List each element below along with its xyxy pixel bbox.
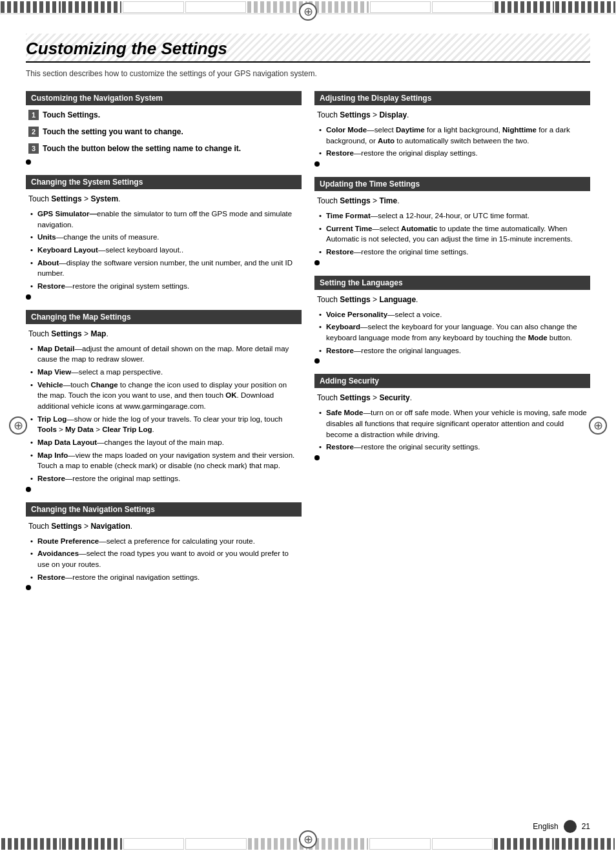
section-bullet-3 — [26, 487, 31, 492]
top-bar-seg-4 — [185, 1, 247, 13]
step-1: 1 Touch Settings. — [28, 109, 299, 121]
bullet-list-security: Safe Mode—turn on or off safe mode. When… — [317, 407, 588, 453]
bottom-bar-seg-2 — [62, 838, 121, 850]
page-number-circle — [564, 820, 577, 833]
bullet-restore-languages: Restore—restore the original languages. — [317, 345, 588, 356]
bullet-restore-display: Restore—restore the original display set… — [317, 148, 588, 159]
section-bullet-2 — [26, 294, 31, 300]
section-map-settings: Changing the Map Settings Touch Settings… — [26, 310, 302, 492]
footer-page-number: 21 — [582, 822, 590, 831]
section-bullet-7 — [314, 358, 320, 364]
bullet-route-pref: Route Preference—select a preference for… — [28, 536, 299, 547]
bullet-restore-nav: Restore—restore the original navigation … — [28, 572, 299, 583]
section-system-settings: Changing the System Settings Touch Setti… — [26, 175, 302, 300]
top-bar-seg-7 — [370, 1, 431, 13]
bullet-map-data-layout: Map Data Layout—changes the layout of th… — [28, 437, 299, 448]
section-bullet-4 — [26, 585, 31, 590]
bullet-restore-security: Restore—restore the original security se… — [317, 442, 588, 453]
bullet-color-mode: Color Mode—select Daytime for a light ba… — [317, 125, 588, 146]
section-body-display: Touch Settings > Display. Color Mode—sel… — [314, 109, 590, 159]
section-header-nav: Changing the Navigation Settings — [26, 502, 302, 517]
bullet-trip-log: Trip Log—show or hide the log of your tr… — [28, 414, 299, 435]
section-body-customizing-nav: 1 Touch Settings. 2 Touch the setting yo… — [26, 109, 302, 154]
touch-instruction-nav: Touch Settings > Navigation. — [28, 520, 299, 532]
section-bullet-1 — [26, 159, 31, 165]
page-title: Customizing the Settings — [26, 34, 590, 63]
bullet-list-time: Time Format—select a 12-hour, 24-hour, o… — [317, 210, 588, 258]
two-column-layout: Customizing the Navigation System 1 Touc… — [26, 91, 590, 600]
touch-instruction-languages: Touch Settings > Language. — [317, 294, 588, 305]
bottom-bar-seg-8 — [432, 838, 493, 850]
touch-instruction-map: Touch Settings > Map. — [28, 328, 299, 340]
bullet-map-view: Map View—select a map perspective. — [28, 367, 299, 378]
section-body-time: Touch Settings > Time. Time Format—selec… — [314, 195, 590, 258]
step-3-text: Touch the button below the setting name … — [43, 143, 241, 154]
bullet-restore-system: Restore—restore the original system sett… — [28, 281, 299, 292]
page-content: Customizing the Settings This section de… — [0, 14, 616, 626]
top-bar-seg-1 — [1, 1, 61, 13]
touch-instruction-display: Touch Settings > Display. — [317, 109, 588, 121]
section-bullet-8 — [314, 455, 320, 460]
bullet-list-nav: Route Preference—select a preference for… — [28, 536, 299, 583]
bullet-list-map: Map Detail—adjust the amount of detail s… — [28, 343, 299, 484]
section-time-settings: Updating the Time Settings Touch Setting… — [314, 177, 590, 265]
top-bar-seg-3 — [123, 1, 184, 13]
bullet-keyboard-layout: Keyboard Layout—select keyboard layout.. — [28, 245, 299, 256]
title-area: Customizing the Settings — [26, 34, 590, 63]
step-1-text: Touch Settings. — [43, 109, 100, 121]
section-header-time: Updating the Time Settings — [314, 177, 590, 191]
section-languages: Setting the Languages Touch Settings > L… — [314, 276, 590, 364]
touch-instruction-time: Touch Settings > Time. — [317, 195, 588, 207]
bullet-keyboard: Keyboard—select the keyboard for your la… — [317, 322, 588, 343]
touch-instruction-system: Touch Settings > System. — [28, 193, 299, 205]
bottom-bar-seg-1 — [1, 838, 61, 850]
bottom-bar-seg-4 — [185, 838, 246, 850]
compass-left-icon — [9, 416, 27, 435]
bullet-time-format: Time Format—select a 12-hour, 24-hour, o… — [317, 210, 588, 221]
section-header-languages: Setting the Languages — [314, 276, 590, 290]
section-nav-settings: Changing the Navigation Settings Touch S… — [26, 502, 302, 591]
bottom-bar-seg-10 — [555, 838, 615, 850]
bottom-bar-seg-9 — [494, 838, 553, 850]
footer-language: English — [533, 822, 558, 831]
bullet-vehicle: Vehicle—touch Change to change the icon … — [28, 380, 299, 412]
section-header-map: Changing the Map Settings — [26, 310, 302, 324]
section-security: Adding Security Touch Settings > Securit… — [314, 374, 590, 460]
bullet-map-detail: Map Detail—adjust the amount of detail s… — [28, 343, 299, 365]
step-2-text: Touch the setting you want to change. — [43, 126, 183, 138]
page-footer: English 21 — [533, 820, 590, 833]
bullet-voice-personality: Voice Personality—select a voice. — [317, 309, 588, 320]
step-num-3: 3 — [28, 143, 39, 154]
bottom-bar-seg-6 — [309, 838, 368, 850]
step-num-2: 2 — [28, 127, 39, 137]
bullet-about: About—display the software version numbe… — [28, 258, 299, 279]
top-bar-seg-10 — [555, 1, 615, 13]
step-num-1: 1 — [28, 110, 39, 120]
bullet-list-system: GPS Simulator—enable the simulator to tu… — [28, 209, 299, 292]
section-bullet-6 — [314, 260, 320, 265]
left-column: Customizing the Navigation System 1 Touc… — [26, 91, 302, 600]
bullet-gps-sim: GPS Simulator—enable the simulator to tu… — [28, 209, 299, 230]
bullet-safe-mode: Safe Mode—turn on or off safe mode. When… — [317, 407, 588, 440]
compass-top-icon — [299, 3, 317, 21]
bullet-list-display: Color Mode—select Daytime for a light ba… — [317, 125, 588, 159]
section-display-settings: Adjusting the Display Settings Touch Set… — [314, 91, 590, 167]
bullet-current-time: Current Time—select Automatic to update … — [317, 223, 588, 245]
step-3: 3 Touch the button below the setting nam… — [28, 143, 299, 154]
bullet-restore-time: Restore—restore the original time settin… — [317, 247, 588, 258]
section-header-display: Adjusting the Display Settings — [314, 91, 590, 105]
bullet-avoidances: Avoidances—select the road types you wan… — [28, 548, 299, 569]
compass-right-icon — [589, 416, 607, 435]
section-body-security: Touch Settings > Security. Safe Mode—tur… — [314, 392, 590, 453]
top-bar-seg-6 — [309, 1, 369, 13]
bullet-units: Units—change the units of measure. — [28, 232, 299, 243]
bullet-restore-map: Restore—restore the original map setting… — [28, 473, 299, 484]
section-header-system: Changing the System Settings — [26, 175, 302, 189]
touch-instruction-security: Touch Settings > Security. — [317, 392, 588, 404]
section-header-security: Adding Security — [314, 374, 590, 388]
bottom-bar-seg-3 — [123, 838, 184, 850]
top-bar-seg-2 — [62, 1, 122, 13]
section-customizing-nav-system: Customizing the Navigation System 1 Touc… — [26, 91, 302, 165]
step-2: 2 Touch the setting you want to change. — [28, 126, 299, 138]
bullet-map-info: Map Info—view the maps loaded on your na… — [28, 450, 299, 471]
